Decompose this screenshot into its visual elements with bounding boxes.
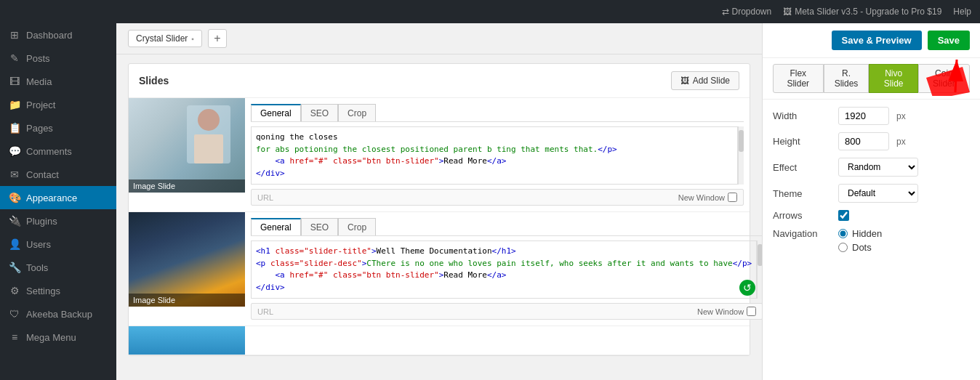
slider-name: Crystal Slider xyxy=(136,33,188,44)
slide-thumb-1: Image Slide xyxy=(129,98,245,193)
effect-row: Effect Random Slide Fade Fold Wipe xyxy=(773,158,970,177)
height-label: Height xyxy=(773,136,831,147)
dropdown-item[interactable]: ⇄ Dropdown xyxy=(722,7,772,17)
slide-tab-general-1[interactable]: General xyxy=(251,104,301,121)
slide-tab-seo-1[interactable]: SEO xyxy=(301,104,338,121)
sidebar-item-pages[interactable]: 📋 Pages xyxy=(0,116,116,140)
sidebar-item-dashboard[interactable]: ⊞ Dashboard xyxy=(0,23,116,47)
navigation-options: Hidden Dots xyxy=(838,228,882,253)
scrollbar-1[interactable] xyxy=(738,126,744,185)
slide-tabs-2: General SEO Crop xyxy=(251,218,762,236)
slide-tab-general-2[interactable]: General xyxy=(251,218,301,235)
right-panel-top: Save & Preview Save xyxy=(763,23,980,58)
project-icon: 📁 xyxy=(9,99,20,110)
sidebar-item-settings[interactable]: ⚙ Settings xyxy=(0,279,116,302)
slider-type-nivo[interactable]: Nivo Slide xyxy=(869,64,918,93)
slide-thumb-3 xyxy=(129,326,245,355)
comments-icon: 💬 xyxy=(9,145,20,157)
sidebar-item-contact[interactable]: ✉ Contact xyxy=(0,163,116,186)
add-tab-icon: + xyxy=(214,32,220,45)
sidebar-item-users[interactable]: 👤 Users xyxy=(0,233,116,256)
slide-item-2: Image Slide General SEO Crop <h1 class="… xyxy=(129,212,750,326)
scrollbar-thumb-1 xyxy=(739,130,744,152)
arrows-checkbox[interactable] xyxy=(838,210,849,221)
sidebar-item-comments[interactable]: 💬 Comments xyxy=(0,140,116,163)
metaslider-icon: 🖼 xyxy=(783,7,792,17)
metaslider-item[interactable]: 🖼 Meta Slider v3.5 - Upgrade to Pro $19 xyxy=(783,7,941,17)
new-window-checkbox-2[interactable] xyxy=(747,307,756,316)
navigation-hidden-radio[interactable] xyxy=(838,229,848,238)
code-line-2-2: <p class="slider-desc">CThere is no one … xyxy=(256,258,752,270)
sidebar-item-akeeba[interactable]: 🛡 Akeeba Backup xyxy=(0,302,116,326)
navigation-hidden-label: Hidden xyxy=(852,228,882,239)
width-input[interactable] xyxy=(838,107,889,125)
navigation-hidden: Hidden xyxy=(838,228,882,239)
slide-item-1: Image Slide General SEO Crop qoning the … xyxy=(129,98,750,212)
sidebar-item-project[interactable]: 📁 Project xyxy=(0,93,116,116)
settings-icon: ⚙ xyxy=(9,285,20,296)
effect-select[interactable]: Random Slide Fade Fold Wipe xyxy=(838,158,918,177)
add-tab-button[interactable]: + xyxy=(208,29,227,48)
theme-select[interactable]: Default Dark Light Bar xyxy=(838,184,918,203)
code-editor-2[interactable]: <h1 class="slider-title">Well Theme Docu… xyxy=(251,240,757,299)
slide-tab-crop-1[interactable]: Crop xyxy=(338,104,376,121)
megamenu-icon: ≡ xyxy=(9,331,20,343)
code-line-2-1: <h1 class="slider-title">Well Theme Docu… xyxy=(256,246,752,258)
arrows-label: Arrows xyxy=(773,210,831,221)
plugins-icon: 🔌 xyxy=(9,215,20,227)
help-item[interactable]: Help xyxy=(953,7,971,17)
slide-thumb-image-1 xyxy=(129,98,245,193)
sidebar-label-comments: Comments xyxy=(26,146,72,157)
sidebar-item-posts[interactable]: ✎ Posts xyxy=(0,47,116,70)
navigation-dots: Dots xyxy=(838,242,882,253)
slide-tab-crop-2[interactable]: Crop xyxy=(338,218,376,235)
navigation-dots-label: Dots xyxy=(852,242,872,253)
sidebar-label-media: Media xyxy=(26,76,52,87)
metaslider-label: Meta Slider v3.5 - Upgrade to Pro $19 xyxy=(795,7,941,17)
sidebar-item-plugins[interactable]: 🔌 Plugins xyxy=(0,209,116,233)
sidebar-label-posts: Posts xyxy=(26,53,50,64)
posts-icon: ✎ xyxy=(9,52,20,64)
theme-label: Theme xyxy=(773,188,831,199)
sidebar-item-megamenu[interactable]: ≡ Mega Menu xyxy=(0,326,116,349)
slider-type-coin[interactable]: Coin Slider xyxy=(918,64,970,93)
url-row-2: URL New Window xyxy=(251,303,762,320)
slides-panel: Slides 🖼 Add Slide Image Slid xyxy=(128,63,750,356)
navigation-dots-radio[interactable] xyxy=(838,243,848,252)
sidebar-item-media[interactable]: 🎞 Media xyxy=(0,70,116,93)
slide-thumb-image-2 xyxy=(129,212,245,307)
slider-tab[interactable]: Crystal Slider ▪ xyxy=(128,30,202,47)
new-window-checkbox-1[interactable] xyxy=(728,193,737,202)
width-row: Width px xyxy=(773,107,970,125)
sidebar-label-appearance: Appearance xyxy=(26,193,77,203)
slider-icon: ▪ xyxy=(191,35,194,43)
refresh-icon[interactable]: ↺ xyxy=(739,280,755,296)
sidebar-item-tools[interactable]: 🔧 Tools xyxy=(0,256,116,279)
sidebar-label-contact: Contact xyxy=(26,169,59,180)
slider-type-tabs: Flex Slider R. Slides Nivo Slide Coin Sl… xyxy=(763,58,980,100)
slider-type-r-slides[interactable]: R. Slides xyxy=(824,64,869,93)
add-slide-button[interactable]: 🖼 Add Slide xyxy=(671,71,739,90)
new-window-area-2: New Window xyxy=(697,307,756,316)
sidebar-label-akeeba: Akeeba Backup xyxy=(26,309,92,320)
sidebar-item-appearance[interactable]: 🎨 Appearance xyxy=(0,186,116,209)
save-button[interactable]: Save xyxy=(928,31,970,50)
new-window-label-2: New Window xyxy=(697,307,744,316)
slide-thumb-label-2: Image Slide xyxy=(129,294,245,307)
width-unit: px xyxy=(896,111,906,121)
dropdown-label: Dropdown xyxy=(732,7,772,17)
media-icon: 🎞 xyxy=(9,76,20,87)
dropdown-icon: ⇄ xyxy=(722,7,729,17)
slide-tab-seo-2[interactable]: SEO xyxy=(301,218,338,235)
height-input[interactable] xyxy=(838,132,889,150)
scrollbar-thumb-2 xyxy=(758,244,762,266)
code-editor-1[interactable]: qoning the closes for abs potioning the … xyxy=(251,126,738,185)
slide-item-3 xyxy=(129,326,750,355)
code-line-1-1: qoning the closes xyxy=(256,132,733,144)
new-window-label-1: New Window xyxy=(678,193,725,202)
save-preview-button[interactable]: Save & Preview xyxy=(832,31,922,50)
slide-content-2: General SEO Crop <h1 class="slider-title… xyxy=(245,212,762,326)
theme-row: Theme Default Dark Light Bar xyxy=(773,184,970,203)
slider-type-flex[interactable]: Flex Slider xyxy=(773,64,824,93)
scrollbar-2[interactable] xyxy=(757,240,762,299)
